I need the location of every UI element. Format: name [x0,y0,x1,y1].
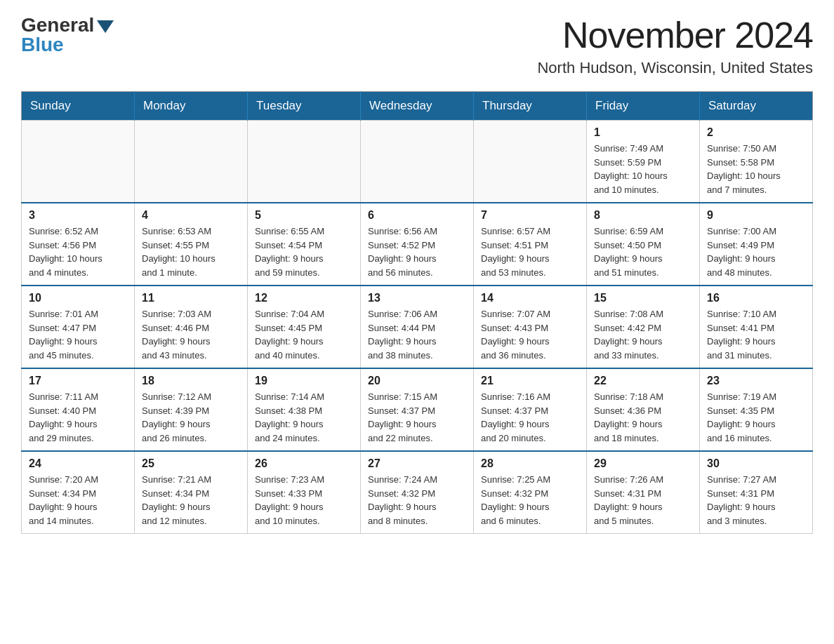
day-info: Sunrise: 7:26 AM Sunset: 4:31 PM Dayligh… [594,473,692,528]
day-number: 4 [142,209,240,222]
calendar-cell: 13Sunrise: 7:06 AM Sunset: 4:44 PM Dayli… [361,286,474,368]
day-info: Sunrise: 6:57 AM Sunset: 4:51 PM Dayligh… [481,224,579,279]
calendar-cell: 5Sunrise: 6:55 AM Sunset: 4:54 PM Daylig… [248,203,361,286]
day-info: Sunrise: 7:16 AM Sunset: 4:37 PM Dayligh… [481,390,579,445]
calendar-cell: 11Sunrise: 7:03 AM Sunset: 4:46 PM Dayli… [135,286,248,368]
weekday-header-sunday: Sunday [22,92,135,121]
day-info: Sunrise: 7:15 AM Sunset: 4:37 PM Dayligh… [368,390,466,445]
logo: General Blue [21,14,114,56]
calendar-cell: 21Sunrise: 7:16 AM Sunset: 4:37 PM Dayli… [474,368,587,451]
day-number: 30 [707,457,805,470]
day-info: Sunrise: 6:59 AM Sunset: 4:50 PM Dayligh… [594,224,692,279]
calendar-cell: 12Sunrise: 7:04 AM Sunset: 4:45 PM Dayli… [248,286,361,368]
day-info: Sunrise: 7:11 AM Sunset: 4:40 PM Dayligh… [29,390,127,445]
week-row-4: 17Sunrise: 7:11 AM Sunset: 4:40 PM Dayli… [22,368,813,451]
day-number: 20 [368,375,466,387]
day-number: 15 [594,292,692,304]
week-row-2: 3Sunrise: 6:52 AM Sunset: 4:56 PM Daylig… [22,203,813,286]
weekday-header-tuesday: Tuesday [248,92,361,121]
logo-blue-text: Blue [21,34,64,56]
day-number: 14 [481,292,579,304]
day-number: 2 [707,126,805,139]
day-info: Sunrise: 7:08 AM Sunset: 4:42 PM Dayligh… [594,307,692,362]
day-number: 18 [142,375,240,387]
day-info: Sunrise: 7:27 AM Sunset: 4:31 PM Dayligh… [707,473,805,528]
day-number: 21 [481,375,579,387]
day-info: Sunrise: 6:53 AM Sunset: 4:55 PM Dayligh… [142,224,240,279]
header: General Blue November 2024 North Hudson,… [21,14,813,77]
day-number: 13 [368,292,466,304]
day-info: Sunrise: 7:25 AM Sunset: 4:32 PM Dayligh… [481,473,579,528]
day-number: 27 [368,457,466,470]
day-info: Sunrise: 7:23 AM Sunset: 4:33 PM Dayligh… [255,473,353,528]
calendar-cell: 7Sunrise: 6:57 AM Sunset: 4:51 PM Daylig… [474,203,587,286]
calendar-cell [22,121,135,203]
calendar-cell: 3Sunrise: 6:52 AM Sunset: 4:56 PM Daylig… [22,203,135,286]
week-row-1: 1Sunrise: 7:49 AM Sunset: 5:59 PM Daylig… [22,121,813,203]
day-number: 11 [142,292,240,304]
day-number: 19 [255,375,353,387]
calendar-cell: 23Sunrise: 7:19 AM Sunset: 4:35 PM Dayli… [700,368,813,451]
day-info: Sunrise: 7:01 AM Sunset: 4:47 PM Dayligh… [29,307,127,362]
week-row-5: 24Sunrise: 7:20 AM Sunset: 4:34 PM Dayli… [22,451,813,534]
calendar-cell: 16Sunrise: 7:10 AM Sunset: 4:41 PM Dayli… [700,286,813,368]
weekday-header-saturday: Saturday [700,92,813,121]
location-title: North Hudson, Wisconsin, United States [537,59,813,77]
week-row-3: 10Sunrise: 7:01 AM Sunset: 4:47 PM Dayli… [22,286,813,368]
calendar-cell: 15Sunrise: 7:08 AM Sunset: 4:42 PM Dayli… [587,286,700,368]
logo-arrow-icon [97,20,114,33]
calendar-cell: 1Sunrise: 7:49 AM Sunset: 5:59 PM Daylig… [587,121,700,203]
day-number: 3 [29,209,127,222]
calendar-cell: 18Sunrise: 7:12 AM Sunset: 4:39 PM Dayli… [135,368,248,451]
day-info: Sunrise: 6:56 AM Sunset: 4:52 PM Dayligh… [368,224,466,279]
calendar-cell [474,121,587,203]
day-info: Sunrise: 7:19 AM Sunset: 4:35 PM Dayligh… [707,390,805,445]
calendar-cell: 22Sunrise: 7:18 AM Sunset: 4:36 PM Dayli… [587,368,700,451]
day-number: 8 [594,209,692,222]
day-info: Sunrise: 7:18 AM Sunset: 4:36 PM Dayligh… [594,390,692,445]
day-number: 10 [29,292,127,304]
calendar-cell: 6Sunrise: 6:56 AM Sunset: 4:52 PM Daylig… [361,203,474,286]
calendar-table: SundayMondayTuesdayWednesdayThursdayFrid… [21,91,813,534]
day-info: Sunrise: 7:12 AM Sunset: 4:39 PM Dayligh… [142,390,240,445]
calendar-cell [248,121,361,203]
day-number: 1 [594,126,692,139]
weekday-header-wednesday: Wednesday [361,92,474,121]
weekday-header-friday: Friday [587,92,700,121]
day-info: Sunrise: 7:20 AM Sunset: 4:34 PM Dayligh… [29,473,127,528]
day-number: 28 [481,457,579,470]
calendar-cell: 9Sunrise: 7:00 AM Sunset: 4:49 PM Daylig… [700,203,813,286]
weekday-header-row: SundayMondayTuesdayWednesdayThursdayFrid… [22,92,813,121]
calendar-cell: 28Sunrise: 7:25 AM Sunset: 4:32 PM Dayli… [474,451,587,534]
calendar-cell: 4Sunrise: 6:53 AM Sunset: 4:55 PM Daylig… [135,203,248,286]
day-info: Sunrise: 7:06 AM Sunset: 4:44 PM Dayligh… [368,307,466,362]
day-info: Sunrise: 7:10 AM Sunset: 4:41 PM Dayligh… [707,307,805,362]
day-info: Sunrise: 7:00 AM Sunset: 4:49 PM Dayligh… [707,224,805,279]
day-number: 24 [29,457,127,470]
day-number: 29 [594,457,692,470]
day-number: 26 [255,457,353,470]
calendar-cell: 14Sunrise: 7:07 AM Sunset: 4:43 PM Dayli… [474,286,587,368]
day-number: 22 [594,375,692,387]
day-info: Sunrise: 7:50 AM Sunset: 5:58 PM Dayligh… [707,142,805,196]
calendar-cell [135,121,248,203]
calendar-cell [361,121,474,203]
day-number: 6 [368,209,466,222]
calendar-cell: 27Sunrise: 7:24 AM Sunset: 4:32 PM Dayli… [361,451,474,534]
weekday-header-monday: Monday [135,92,248,121]
calendar-cell: 10Sunrise: 7:01 AM Sunset: 4:47 PM Dayli… [22,286,135,368]
day-info: Sunrise: 7:24 AM Sunset: 4:32 PM Dayligh… [368,473,466,528]
day-info: Sunrise: 6:55 AM Sunset: 4:54 PM Dayligh… [255,224,353,279]
calendar-cell: 30Sunrise: 7:27 AM Sunset: 4:31 PM Dayli… [700,451,813,534]
weekday-header-thursday: Thursday [474,92,587,121]
day-info: Sunrise: 7:07 AM Sunset: 4:43 PM Dayligh… [481,307,579,362]
calendar-cell: 29Sunrise: 7:26 AM Sunset: 4:31 PM Dayli… [587,451,700,534]
day-info: Sunrise: 7:03 AM Sunset: 4:46 PM Dayligh… [142,307,240,362]
day-info: Sunrise: 7:14 AM Sunset: 4:38 PM Dayligh… [255,390,353,445]
day-number: 25 [142,457,240,470]
day-number: 23 [707,375,805,387]
calendar-cell: 17Sunrise: 7:11 AM Sunset: 4:40 PM Dayli… [22,368,135,451]
day-number: 5 [255,209,353,222]
month-title: November 2024 [537,14,813,56]
day-info: Sunrise: 6:52 AM Sunset: 4:56 PM Dayligh… [29,224,127,279]
